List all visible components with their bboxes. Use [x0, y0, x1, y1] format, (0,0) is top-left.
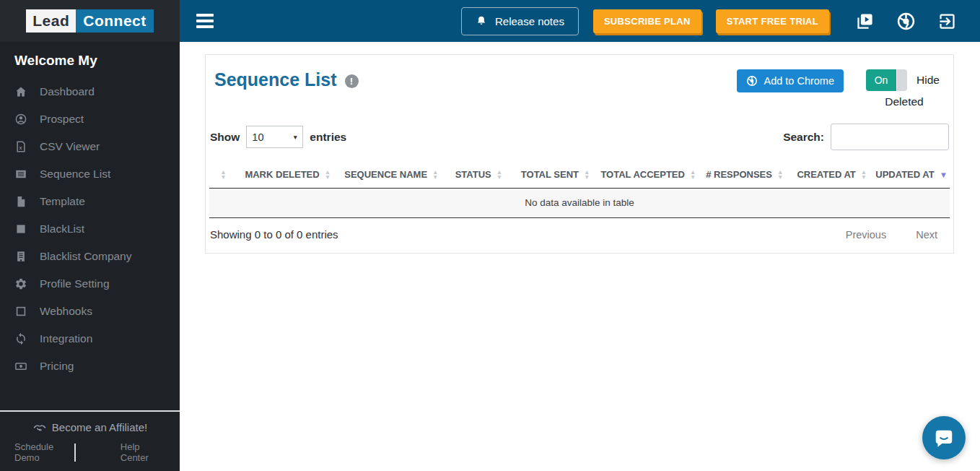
add-to-chrome-button[interactable]: Add to Chrome: [737, 69, 844, 92]
sidebar-item-label: BlackList: [40, 222, 84, 236]
square-icon: [14, 222, 27, 236]
sidebar-item-template[interactable]: Template: [0, 188, 180, 215]
info-icon[interactable]: !: [345, 74, 359, 88]
bell-icon: [476, 15, 487, 27]
sidebar-footer: Become an Affiliate! Schedule Demo Help …: [0, 410, 180, 471]
hamburger-menu-button[interactable]: [193, 11, 216, 31]
become-affiliate-link[interactable]: Become an Affiliate!: [0, 421, 180, 433]
sidebar-item-label: Integration: [40, 332, 92, 345]
sidebar-item-label: Prospect: [40, 113, 84, 126]
sidebar-item-csv-viewer[interactable]: x CSV Viewer: [0, 133, 180, 160]
add-to-chrome-label: Add to Chrome: [764, 75, 834, 87]
page-title: Sequence List: [214, 69, 337, 90]
sidebar-item-blacklist[interactable]: BlackList: [0, 215, 180, 243]
footer-links-divider: [74, 444, 76, 462]
chrome-icon: [746, 75, 758, 87]
chat-launcher-button[interactable]: [922, 416, 966, 459]
hamburger-icon: [196, 14, 214, 17]
show-label: Show: [210, 131, 240, 144]
page-length-select-wrap: 10: [246, 126, 303, 148]
hide-deleted-toggle[interactable]: On Hide Deleted: [866, 69, 942, 112]
sort-icon: ▲▼: [432, 170, 438, 179]
welcome-text: Welcome My: [0, 42, 108, 74]
schedule-demo-link[interactable]: Schedule Demo: [14, 441, 74, 463]
money-icon: [14, 360, 27, 373]
csv-file-icon: x: [14, 140, 27, 153]
sidebar-footer-links: Schedule Demo Help Center: [0, 433, 180, 471]
release-notes-button[interactable]: Release notes: [461, 7, 579, 35]
column-header-responses[interactable]: # RESPONSES▲▼: [699, 161, 790, 189]
pagination-next[interactable]: Next: [916, 229, 937, 241]
sidebar-item-dashboard[interactable]: Dashboard: [0, 78, 180, 105]
table-header-row: ▲▼ MARK DELETED▲▼ SEQUENCE NAME▲▼ STATUS…: [209, 161, 950, 189]
sidebar-item-pricing[interactable]: Pricing: [0, 353, 180, 380]
sidebar-item-prospect[interactable]: Prospect: [0, 105, 180, 133]
chrome-icon[interactable]: [896, 12, 916, 31]
list-icon: [14, 168, 27, 181]
search-input[interactable]: [831, 124, 949, 150]
column-header-mark-deleted[interactable]: MARK DELETED▲▼: [237, 161, 338, 189]
column-header-select[interactable]: ▲▼: [209, 161, 237, 189]
sidebar: Lead Connect Welcome My Dashboard Prospe…: [0, 0, 180, 471]
start-free-trial-button[interactable]: START FREE TRIAL: [716, 9, 829, 33]
column-header-sequence-name[interactable]: SEQUENCE NAME▲▼: [338, 161, 445, 189]
gear-icon: [14, 277, 27, 290]
sidebar-menu: Dashboard Prospect x CSV Viewer Sequence…: [0, 74, 180, 380]
sort-desc-icon: ▼: [940, 169, 948, 180]
sort-icon: ▲▼: [325, 170, 331, 179]
table-footer: Showing 0 to 0 of 0 entries Previous Nex…: [206, 218, 953, 253]
sidebar-item-label: CSV Viewer: [40, 140, 100, 153]
sidebar-item-label: Template: [40, 195, 85, 208]
column-header-total-accepted[interactable]: TOTAL ACCEPTED▲▼: [598, 161, 699, 189]
toggle-switch[interactable]: On: [866, 69, 907, 91]
sidebar-item-label: Webhooks: [40, 305, 92, 318]
sequence-list-card: Sequence List ! Add to Chrome On Hide De…: [205, 54, 954, 254]
home-icon: [14, 85, 27, 98]
sort-icon: ▲▼: [777, 170, 783, 179]
building-icon: [14, 250, 27, 263]
page-length-select[interactable]: 10: [246, 126, 303, 148]
sequence-table: ▲▼ MARK DELETED▲▼ SEQUENCE NAME▲▼ STATUS…: [209, 161, 950, 218]
subscribe-plan-button[interactable]: SUBSCRIBE PLAN: [593, 9, 701, 33]
main-content: Sequence List ! Add to Chrome On Hide De…: [180, 42, 980, 471]
sidebar-item-integration[interactable]: Integration: [0, 325, 180, 353]
handshake-icon: [32, 423, 47, 433]
logo-lead: Lead: [26, 9, 76, 33]
topbar: Release notes SUBSCRIBE PLAN START FREE …: [180, 0, 980, 42]
sort-icon: ▲▼: [496, 170, 502, 179]
sidebar-item-webhooks[interactable]: Webhooks: [0, 298, 180, 325]
topbar-actions: Release notes SUBSCRIBE PLAN START FREE …: [461, 7, 957, 35]
pagination-previous[interactable]: Previous: [846, 229, 886, 241]
sidebar-item-label: Profile Setting: [40, 277, 110, 290]
sidebar-footer-divider: [0, 410, 180, 412]
sort-icon: ▲▼: [690, 170, 696, 179]
column-header-created-at[interactable]: CREATED AT▲▼: [790, 161, 873, 189]
sidebar-item-profile-setting[interactable]: Profile Setting: [0, 270, 180, 298]
sidebar-item-label: Blacklist Company: [40, 250, 132, 263]
empty-message: No data available in table: [209, 189, 950, 218]
video-library-icon[interactable]: [855, 12, 875, 31]
sidebar-item-label: Sequence List: [40, 168, 110, 181]
pagination: Previous Next: [846, 229, 937, 241]
help-center-link[interactable]: Help Center: [121, 441, 165, 463]
card-header: Sequence List ! Add to Chrome On Hide De…: [206, 55, 953, 115]
sort-icon: ▲▼: [220, 170, 226, 179]
affiliate-label: Become an Affiliate!: [52, 421, 147, 433]
svg-text:x: x: [19, 144, 22, 150]
logo-connect: Connect: [76, 9, 154, 33]
sort-icon: ▲▼: [584, 170, 590, 179]
square-outline-icon: [14, 305, 27, 318]
sidebar-item-sequence-list[interactable]: Sequence List: [0, 160, 180, 188]
column-header-status[interactable]: STATUS▲▼: [445, 161, 512, 189]
column-header-total-sent[interactable]: TOTAL SENT▲▼: [513, 161, 598, 189]
logout-icon[interactable]: [937, 12, 957, 31]
entries-label: entries: [310, 131, 346, 144]
column-header-updated-at[interactable]: UPDATED AT▼: [873, 161, 950, 189]
toggle-knob: [896, 69, 907, 91]
table-info: Showing 0 to 0 of 0 entries: [210, 228, 338, 241]
sort-icon: ▲▼: [861, 170, 867, 179]
app-logo[interactable]: Lead Connect: [0, 0, 180, 42]
table-controls: Show 10 entries Search:: [210, 124, 949, 150]
search-label: Search:: [783, 131, 824, 144]
sidebar-item-blacklist-company[interactable]: Blacklist Company: [0, 243, 180, 270]
